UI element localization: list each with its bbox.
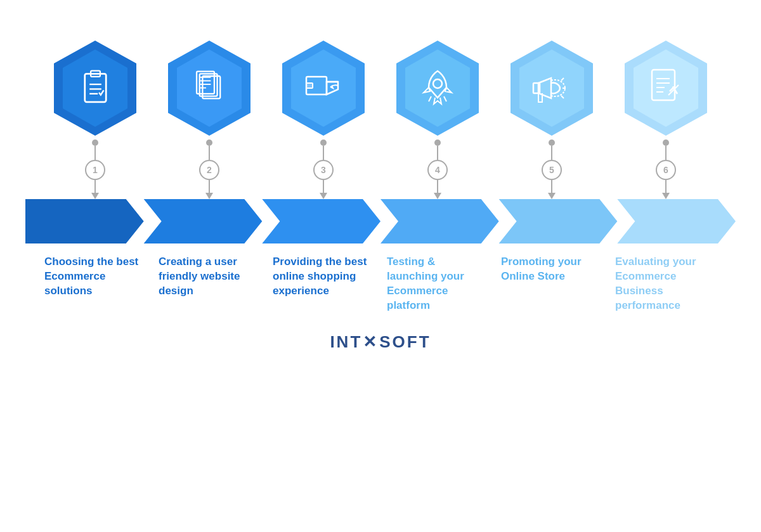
svg-rect-19 <box>306 83 313 88</box>
connector-arrow-3 <box>320 193 327 199</box>
connector-dot-1 <box>92 139 98 146</box>
step-icon-col-5: 5 <box>501 38 602 199</box>
connector-dot-4 <box>434 139 441 146</box>
svg-line-23 <box>429 96 431 101</box>
arrow-bar-svg <box>25 199 736 243</box>
connector-line-bot-3 <box>323 180 324 193</box>
connector-5: 5 <box>542 139 562 199</box>
step-number-1: 1 <box>85 160 105 180</box>
connector-dot-3 <box>320 139 327 146</box>
hex-icon-5 <box>530 69 574 107</box>
step-label-col-6: Evaluating your Ecommerce Business perfo… <box>615 255 717 313</box>
step-icon-col-4: 4 <box>387 38 488 199</box>
hex-icon-3 <box>301 69 346 107</box>
connector-line-bot-6 <box>665 180 667 193</box>
step-number-3: 3 <box>313 160 334 180</box>
svg-line-28 <box>561 78 564 81</box>
connector-line-top-1 <box>94 146 96 160</box>
svg-point-22 <box>433 79 442 88</box>
step-icon-col-1: 1 <box>44 38 146 199</box>
connector-line-top-4 <box>437 146 438 160</box>
connector-arrow-6 <box>662 193 670 199</box>
labels-row: Choosing the best Ecommerce solutionsCre… <box>25 243 736 313</box>
arrow-segment-1 <box>25 199 144 243</box>
connector-3: 3 <box>313 139 334 199</box>
step-number-4: 4 <box>427 160 448 180</box>
hex-wrapper-3 <box>280 38 367 138</box>
hex-icon-2 <box>189 68 230 109</box>
connector-dot-6 <box>663 139 669 146</box>
brand-x-letter: ✕ <box>363 332 379 352</box>
arrow-bar <box>25 199 736 243</box>
brand-logo: INT✕SOFT <box>330 332 431 352</box>
connector-dot-2 <box>206 139 212 146</box>
hex-wrapper-5 <box>508 38 595 138</box>
step-icon-col-3: 3 <box>273 38 374 199</box>
arrow-segment-5 <box>499 199 618 243</box>
connector-4: 4 <box>427 139 448 199</box>
hex-icon-4 <box>419 66 457 110</box>
step-label-col-4: Testing & launching your Ecommerce platf… <box>387 255 488 313</box>
icons-row: 1 <box>25 38 736 199</box>
step-icon-col-2: 2 <box>159 38 260 199</box>
connector-line-top-2 <box>209 146 210 160</box>
svg-rect-33 <box>652 70 675 100</box>
svg-rect-2 <box>84 74 105 102</box>
arrow-segment-3 <box>262 199 380 243</box>
connector-line-bot-2 <box>209 180 210 193</box>
connector-line-top-3 <box>323 146 324 160</box>
connector-arrow-1 <box>91 193 99 199</box>
hex-icon-6 <box>646 66 687 110</box>
svg-line-24 <box>444 96 446 101</box>
connector-dot-5 <box>549 139 555 146</box>
connector-arrow-5 <box>548 193 556 199</box>
step-number-6: 6 <box>656 160 676 180</box>
hex-icon-1 <box>75 68 116 109</box>
connector-line-top-6 <box>665 146 667 160</box>
step-number-5: 5 <box>542 160 562 180</box>
connector-line-top-5 <box>551 146 552 160</box>
connector-arrow-4 <box>434 193 441 199</box>
connector-line-bot-5 <box>551 180 552 193</box>
step-number-2: 2 <box>199 160 219 180</box>
connector-arrow-2 <box>205 193 213 199</box>
connector-2: 2 <box>199 139 219 199</box>
svg-point-39 <box>672 86 675 89</box>
arrow-segment-6 <box>617 199 736 243</box>
step-label-col-1: Choosing the best Ecommerce solutions <box>44 255 146 313</box>
step-label-col-2: Creating a user friendly website design <box>159 255 260 313</box>
connector-line-bot-4 <box>437 180 438 193</box>
hex-wrapper-1 <box>51 38 139 138</box>
connector-1: 1 <box>85 139 105 199</box>
arrow-segment-2 <box>144 199 263 243</box>
hex-wrapper-4 <box>394 38 481 138</box>
step-label-col-3: Providing the best online shopping exper… <box>273 255 374 313</box>
hex-wrapper-6 <box>622 38 710 138</box>
svg-line-30 <box>561 96 564 98</box>
hex-wrapper-2 <box>166 38 253 138</box>
step-icon-col-6: 6 <box>615 38 717 199</box>
arrow-segment-4 <box>380 199 499 243</box>
step-label-col-5: Promoting your Online Store <box>501 255 602 313</box>
connector-6: 6 <box>656 139 676 199</box>
connector-line-bot-1 <box>94 180 96 193</box>
steps-container: 1 <box>25 38 736 313</box>
